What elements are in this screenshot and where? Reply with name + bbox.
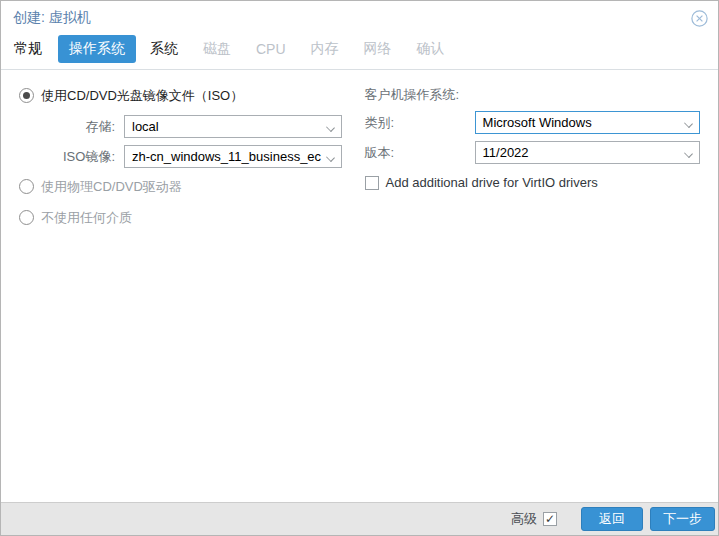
storage-select[interactable]: local	[124, 115, 342, 138]
wizard-tabbar: 常规 操作系统 系统 磁盘 CPU 内存 网络 确认	[1, 35, 718, 70]
tab-general[interactable]: 常规	[13, 35, 55, 63]
tab-confirm: 确认	[406, 35, 456, 63]
chevron-down-icon[interactable]	[327, 124, 335, 132]
guest-os-header: 客户机操作系统:	[365, 86, 710, 102]
guest-os-panel: 客户机操作系统: 类别: Microsoft Windows 版本: 11/20…	[365, 84, 710, 237]
tab-os[interactable]: 操作系统	[58, 35, 136, 63]
tab-disks: 磁盘	[192, 35, 242, 63]
next-button[interactable]: 下一步	[650, 507, 715, 531]
iso-image-value: zh-cn_windows_11_business_ec	[125, 149, 341, 164]
chevron-down-icon[interactable]	[327, 154, 335, 162]
os-version-select[interactable]: 11/2022	[475, 141, 700, 164]
radio-physical-drive-label: 使用物理CD/DVD驱动器	[41, 178, 182, 196]
radio-no-media[interactable]	[19, 210, 34, 225]
os-version-value: 11/2022	[476, 145, 699, 160]
chevron-down-icon[interactable]	[685, 120, 693, 128]
close-icon[interactable]	[691, 10, 708, 27]
tab-cpu: CPU	[245, 36, 297, 62]
storage-label: 存储:	[19, 118, 124, 136]
tab-memory: 内存	[300, 35, 350, 63]
virtio-checkbox[interactable]	[365, 176, 379, 190]
radio-physical-drive[interactable]	[19, 179, 34, 194]
os-version-label: 版本:	[365, 144, 475, 162]
tab-system[interactable]: 系统	[139, 35, 189, 63]
os-type-label: 类别:	[365, 114, 475, 132]
radio-use-iso-label: 使用CD/DVD光盘镜像文件（ISO）	[41, 87, 243, 105]
iso-image-select[interactable]: zh-cn_windows_11_business_ec	[124, 145, 342, 168]
iso-image-label: ISO镜像:	[19, 148, 124, 166]
advanced-checkbox[interactable]: ✓	[543, 512, 557, 526]
media-source-panel: 使用CD/DVD光盘镜像文件（ISO） 存储: local ISO镜像: zh-…	[19, 84, 357, 237]
os-type-value: Microsoft Windows	[476, 115, 699, 130]
os-type-select[interactable]: Microsoft Windows	[475, 111, 700, 134]
radio-row-physical[interactable]: 使用物理CD/DVD驱动器	[19, 175, 357, 198]
iso-image-row: ISO镜像: zh-cn_windows_11_business_ec	[19, 145, 357, 168]
virtio-checkbox-label: Add additional drive for VirtIO drivers	[386, 175, 598, 190]
tab-network: 网络	[353, 35, 403, 63]
os-version-row: 版本: 11/2022	[365, 141, 710, 164]
advanced-label: 高级	[511, 510, 537, 528]
radio-row-no-media[interactable]: 不使用任何介质	[19, 206, 357, 229]
radio-no-media-label: 不使用任何介质	[41, 209, 132, 227]
create-vm-dialog: { "window": { "title": "创建: 虚拟机" }, "tab…	[0, 0, 719, 536]
dialog-title: 创建: 虚拟机	[13, 9, 691, 27]
storage-row: 存储: local	[19, 115, 357, 138]
os-type-row: 类别: Microsoft Windows	[365, 111, 710, 134]
dialog-titlebar: 创建: 虚拟机	[1, 1, 718, 35]
radio-use-iso[interactable]	[19, 88, 34, 103]
os-tab-panel: 使用CD/DVD光盘镜像文件（ISO） 存储: local ISO镜像: zh-…	[1, 70, 718, 237]
chevron-down-icon[interactable]	[685, 150, 693, 158]
back-button[interactable]: 返回	[581, 507, 643, 531]
virtio-row[interactable]: Add additional drive for VirtIO drivers	[365, 171, 710, 194]
radio-row-iso[interactable]: 使用CD/DVD光盘镜像文件（ISO）	[19, 84, 357, 107]
dialog-footer: 高级 ✓ 返回 下一步	[1, 502, 718, 535]
storage-value: local	[125, 119, 341, 134]
